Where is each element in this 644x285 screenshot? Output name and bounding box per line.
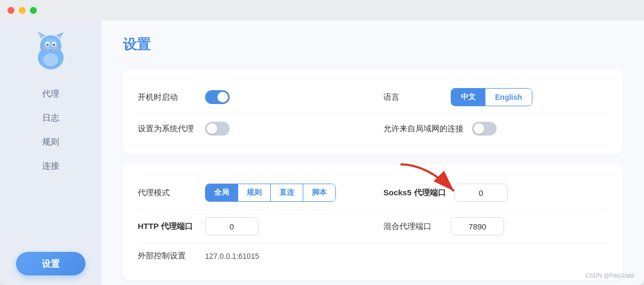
sidebar-nav: 代理 日志 规则 连接 [0, 82, 101, 178]
settings-row-proxy-lan: 设置为系统代理 允许来自局域网的连接 [138, 114, 608, 143]
proxy-settings-section: 代理模式 全局 规则 直连 脚本 Socks5 代理端口 [123, 164, 623, 280]
svg-point-9 [46, 44, 49, 46]
socks5-port-label: Socks5 代理端口 [383, 188, 446, 198]
startup-col: 开机时启动 [138, 90, 362, 104]
startup-toggle[interactable] [205, 90, 230, 104]
system-proxy-toggle[interactable] [205, 122, 230, 136]
lan-allow-label: 允许来自局域网的连接 [383, 124, 464, 134]
svg-point-11 [43, 47, 47, 50]
titlebar [0, 0, 644, 20]
sidebar-item-proxy[interactable]: 代理 [0, 82, 101, 106]
basic-settings-section: 开机时启动 语言 中文 English [123, 69, 623, 155]
settings-row-startup-language: 开机时启动 语言 中文 English [138, 81, 608, 114]
sidebar-item-connections[interactable]: 连接 [0, 154, 101, 178]
lang-english-button[interactable]: English [485, 89, 532, 106]
settings-row-external-ctrl: 外部控制设置 127.0.0.1:61015 [138, 243, 608, 268]
sidebar-item-log[interactable]: 日志 [0, 106, 101, 130]
startup-label: 开机时启动 [138, 92, 197, 102]
minimize-button[interactable] [19, 7, 26, 14]
app-window: 代理 日志 规则 连接 设置 设置 [0, 0, 644, 285]
socks5-port-input[interactable] [454, 184, 508, 202]
svg-point-13 [43, 53, 58, 66]
http-port-label: HTTP 代理端口 [138, 221, 197, 232]
main-content: 设置 开机时启动 语言 [101, 20, 644, 285]
http-port-col: HTTP 代理端口 [138, 217, 362, 235]
external-ctrl-value: 127.0.0.1:61015 [205, 252, 259, 260]
sidebar-item-rules[interactable]: 规则 [0, 130, 101, 154]
mixed-port-col: 混合代理端口 [362, 217, 608, 235]
proxy-mode-direct-button[interactable]: 直连 [271, 184, 303, 201]
app-body: 代理 日志 规则 连接 设置 设置 [0, 20, 644, 285]
page-title: 设置 [123, 35, 623, 54]
language-col: 语言 中文 English [362, 88, 608, 106]
settings-row-http-mixed: HTTP 代理端口 混合代理端口 [138, 210, 608, 243]
socks5-port-col: Socks5 代理端口 [362, 184, 608, 202]
language-label: 语言 [383, 92, 442, 102]
external-ctrl-col: 外部控制设置 127.0.0.1:61015 [138, 251, 362, 261]
external-ctrl-label: 外部控制设置 [138, 251, 197, 261]
system-proxy-label: 设置为系统代理 [138, 124, 197, 134]
proxy-mode-global-button[interactable]: 全局 [206, 184, 238, 201]
lang-zhongwen-button[interactable]: 中文 [451, 89, 485, 106]
proxy-mode-label: 代理模式 [138, 188, 197, 198]
lan-allow-col: 允许来自局域网的连接 [362, 122, 608, 136]
proxy-mode-group: 全局 规则 直连 脚本 [205, 184, 336, 202]
settings-row-mode-socks5: 代理模式 全局 规则 直连 脚本 Socks5 代理端口 [138, 176, 608, 210]
sidebar: 代理 日志 规则 连接 设置 [0, 20, 101, 285]
close-button[interactable] [7, 7, 14, 14]
settings-button[interactable]: 设置 [16, 252, 85, 275]
mixed-port-input[interactable] [451, 217, 504, 235]
svg-point-10 [53, 44, 56, 46]
language-selector: 中文 English [451, 88, 532, 106]
http-port-input[interactable] [205, 217, 258, 235]
app-logo [29, 30, 72, 73]
proxy-mode-script-button[interactable]: 脚本 [303, 184, 335, 201]
watermark: CSDN @Palp1tate [585, 272, 634, 279]
proxy-mode-col: 代理模式 全局 规则 直连 脚本 [138, 184, 362, 202]
proxy-mode-rules-button[interactable]: 规则 [238, 184, 271, 201]
mixed-port-label: 混合代理端口 [383, 221, 442, 232]
svg-point-12 [54, 47, 59, 50]
maximize-button[interactable] [30, 7, 37, 14]
lan-allow-toggle[interactable] [472, 122, 497, 136]
system-proxy-col: 设置为系统代理 [138, 122, 362, 136]
